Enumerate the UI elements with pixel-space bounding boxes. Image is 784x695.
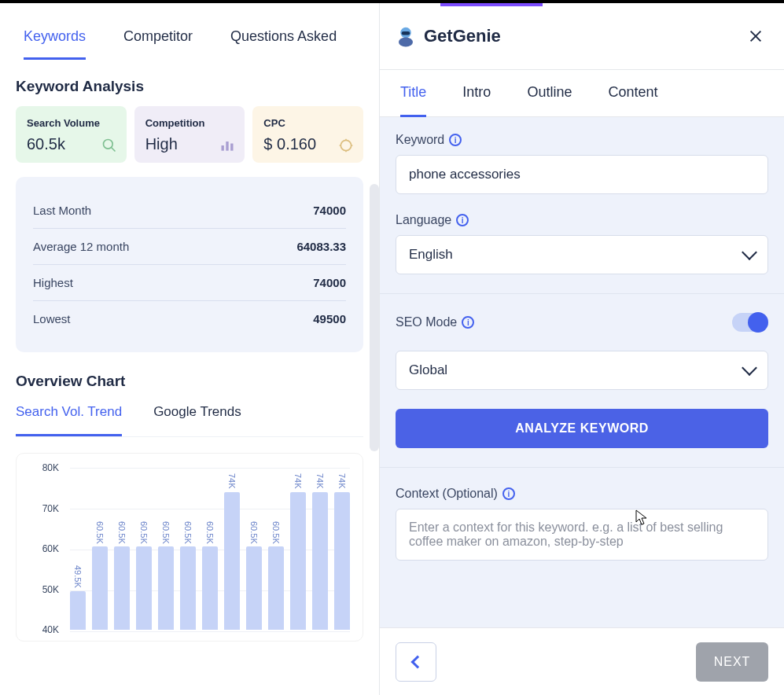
info-icon[interactable]: i bbox=[449, 134, 462, 146]
card-label: CPC bbox=[263, 117, 352, 129]
card-competition: Competition High bbox=[134, 106, 245, 163]
tab-competitor[interactable]: Competitor bbox=[123, 28, 193, 60]
tab-questions-asked[interactable]: Questions Asked bbox=[230, 28, 337, 60]
chevron-down-icon bbox=[742, 245, 757, 260]
card-label: Search Volume bbox=[27, 117, 116, 129]
next-button[interactable]: NEXT bbox=[696, 642, 768, 682]
language-label: Language i bbox=[396, 213, 768, 227]
genie-logo-icon bbox=[394, 24, 418, 48]
card-label: Competition bbox=[145, 117, 234, 129]
overview-title: Overview Chart bbox=[16, 373, 363, 390]
svg-rect-4 bbox=[231, 144, 234, 151]
svg-point-7 bbox=[399, 38, 413, 47]
svg-rect-2 bbox=[222, 145, 224, 151]
brand: GetGenie bbox=[394, 24, 501, 48]
target-icon bbox=[338, 138, 354, 153]
language-value: English bbox=[409, 247, 453, 263]
language-select[interactable]: English bbox=[396, 235, 768, 274]
card-search-volume: Search Volume 60.5k bbox=[16, 106, 127, 163]
region-select[interactable]: Global bbox=[396, 351, 768, 390]
svg-rect-8 bbox=[402, 31, 410, 35]
right-tabs: Title Intro Outline Content bbox=[380, 70, 784, 117]
stat-row: Last Month74000 bbox=[33, 193, 346, 229]
chevron-down-icon bbox=[742, 360, 757, 376]
svg-point-5 bbox=[340, 140, 351, 150]
stat-row: Lowest49500 bbox=[33, 301, 346, 336]
bars-icon bbox=[219, 138, 235, 153]
stat-row: Average 12 month64083.33 bbox=[33, 229, 346, 265]
search-icon bbox=[101, 138, 117, 153]
svg-line-1 bbox=[111, 148, 115, 152]
card-cpc: CPC $ 0.160 bbox=[252, 106, 363, 163]
info-icon[interactable]: i bbox=[456, 214, 469, 226]
tab-content[interactable]: Content bbox=[608, 70, 657, 117]
close-icon[interactable] bbox=[746, 27, 765, 46]
keyword-label: Keyword i bbox=[396, 133, 768, 147]
chevron-left-icon bbox=[411, 655, 425, 668]
tab-outline[interactable]: Outline bbox=[527, 70, 572, 117]
svg-rect-3 bbox=[226, 142, 229, 151]
keyword-input[interactable] bbox=[396, 155, 768, 194]
back-button[interactable] bbox=[396, 642, 436, 682]
context-input[interactable]: Enter a context for this keyword. e.g. a… bbox=[396, 509, 768, 561]
overview-chart: 80K70K60K50K40K 49.5K60.5K60.5K60.5K60.5… bbox=[16, 453, 363, 642]
left-tabs: Keywords Competitor Questions Asked bbox=[0, 20, 379, 68]
info-icon[interactable]: i bbox=[462, 316, 474, 329]
stat-row: Highest74000 bbox=[33, 265, 346, 301]
trend-tabs: Search Vol. Trend Google Trends bbox=[16, 404, 363, 437]
tab-google-trends[interactable]: Google Trends bbox=[153, 404, 241, 436]
analyze-keyword-button[interactable]: ANALYZE KEYWORD bbox=[396, 409, 768, 448]
seo-mode-label: SEO Mode i bbox=[396, 315, 474, 329]
tab-title[interactable]: Title bbox=[400, 70, 426, 117]
section-title: Keyword Analysis bbox=[16, 78, 363, 95]
scrollbar[interactable] bbox=[370, 184, 379, 451]
stats-box: Last Month74000 Average 12 month64083.33… bbox=[16, 177, 363, 352]
seo-mode-toggle[interactable] bbox=[732, 313, 768, 332]
tab-keywords[interactable]: Keywords bbox=[24, 28, 86, 60]
brand-name: GetGenie bbox=[424, 26, 501, 46]
svg-point-0 bbox=[103, 140, 112, 149]
info-icon[interactable]: i bbox=[502, 487, 515, 500]
context-label: Context (Optional) i bbox=[396, 487, 768, 501]
region-value: Global bbox=[409, 362, 447, 378]
tab-intro[interactable]: Intro bbox=[462, 70, 491, 117]
tab-search-vol-trend[interactable]: Search Vol. Trend bbox=[16, 404, 122, 436]
